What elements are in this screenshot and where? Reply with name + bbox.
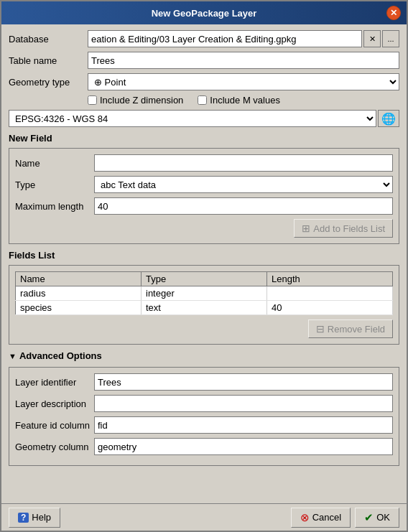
crs-select[interactable]: EPSG:4326 - WGS 84	[9, 110, 376, 127]
include-m-label: Include M values	[210, 95, 280, 106]
feature-id-input[interactable]	[94, 416, 393, 434]
browse-db-icon: ...	[387, 34, 394, 43]
help-icon: ?	[18, 513, 29, 523]
field-name-cell: radius	[16, 286, 142, 301]
fields-table-header-row: Name Type Length	[16, 272, 393, 286]
dialog-footer: ? Help ⊗ Cancel ✔ OK	[1, 503, 407, 531]
dialog-content: Database ✕ ... Table name	[1, 24, 407, 503]
include-m-checkbox[interactable]	[198, 95, 207, 105]
layer-id-label: Layer identifier	[15, 377, 94, 388]
main-window: New GeoPackage Layer ✕ Database ✕ ...	[0, 0, 408, 532]
include-z-checkbox[interactable]	[88, 95, 97, 105]
database-input[interactable]	[88, 30, 362, 47]
globe-icon: 🌐	[381, 112, 396, 126]
dimension-checkboxes: Include Z dimension Include M values	[88, 95, 399, 106]
crs-button[interactable]: 🌐	[378, 110, 399, 127]
cancel-icon: ⊗	[300, 511, 310, 524]
field-name-row: Name	[15, 154, 393, 172]
advanced-options-header: Advanced Options	[19, 350, 102, 361]
new-field-header: New Field	[9, 133, 399, 144]
max-length-row: Maximum length	[15, 197, 393, 215]
fields-table: Name Type Length radius integer species …	[15, 271, 393, 315]
remove-field-btn-row: ⊟ Remove Field	[15, 319, 393, 338]
arrow-down-icon: ▼	[9, 352, 17, 360]
feature-id-label: Feature id column	[15, 420, 94, 431]
table-row[interactable]: species text 40	[16, 301, 393, 315]
table-name-row: Table name	[9, 52, 399, 69]
table-name-input[interactable]	[88, 52, 399, 69]
field-length-cell	[267, 286, 393, 301]
field-type-field: abc Text data Integer Real Date Boolean	[94, 176, 393, 193]
geometry-type-label: Geometry type	[9, 77, 88, 88]
cancel-button[interactable]: ⊗ Cancel	[291, 508, 351, 528]
layer-id-row: Layer identifier	[15, 373, 393, 391]
geometry-type-field: ⊕ Point Line Polygon No geometry	[88, 73, 399, 90]
geometry-type-row: Geometry type ⊕ Point Line Polygon No ge…	[9, 73, 399, 90]
ok-label: OK	[376, 512, 390, 523]
help-label: Help	[32, 512, 51, 523]
layer-desc-label: Layer description	[15, 398, 94, 409]
layer-id-field	[94, 373, 393, 391]
clear-database-button[interactable]: ✕	[363, 30, 381, 47]
geometry-type-select[interactable]: ⊕ Point Line Polygon No geometry	[88, 73, 399, 90]
advanced-options-toggle[interactable]: ▼ Advanced Options	[9, 350, 399, 361]
include-z-label: Include Z dimension	[100, 95, 183, 106]
layer-desc-field	[94, 395, 393, 412]
layer-id-input[interactable]	[94, 373, 393, 391]
geometry-col-field	[94, 438, 393, 455]
field-name-field	[94, 154, 393, 172]
col-header-name: Name	[16, 272, 142, 286]
geometry-col-label: Geometry column	[15, 442, 94, 452]
include-z-checkbox-label[interactable]: Include Z dimension	[88, 95, 183, 106]
max-length-label: Maximum length	[15, 201, 94, 212]
field-type-select[interactable]: abc Text data Integer Real Date Boolean	[94, 176, 393, 193]
new-field-group: Name Type abc Text data Integer Real Dat…	[9, 148, 399, 244]
clear-db-icon: ✕	[369, 34, 376, 44]
advanced-options-group: Layer identifier Layer description Featu…	[9, 367, 399, 466]
layer-desc-input[interactable]	[94, 395, 393, 412]
table-row[interactable]: radius integer	[16, 286, 393, 301]
database-label: Database	[9, 34, 88, 45]
fields-list-header: Fields List	[9, 250, 399, 261]
field-type-label: Type	[15, 179, 94, 190]
max-length-input[interactable]	[94, 197, 393, 215]
fields-list-group: Name Type Length radius integer species …	[9, 265, 399, 345]
database-input-row: ✕ ...	[88, 30, 399, 47]
field-type-cell: integer	[142, 286, 267, 301]
field-name-input[interactable]	[94, 154, 393, 172]
field-length-cell: 40	[267, 301, 393, 315]
cancel-label: Cancel	[312, 512, 341, 523]
browse-database-button[interactable]: ...	[382, 30, 399, 47]
field-name-label: Name	[15, 158, 94, 169]
add-to-fields-label: Add to Fields List	[313, 223, 385, 234]
footer-right-buttons: ⊗ Cancel ✔ OK	[291, 508, 399, 528]
field-type-cell: text	[142, 301, 267, 315]
database-field: ✕ ...	[88, 30, 399, 47]
ok-icon: ✔	[364, 511, 374, 524]
help-button[interactable]: ? Help	[9, 508, 60, 528]
database-row: Database ✕ ...	[9, 30, 399, 47]
layer-desc-row: Layer description	[15, 395, 393, 412]
close-button[interactable]: ✕	[386, 6, 401, 20]
include-m-checkbox-label[interactable]: Include M values	[198, 95, 280, 106]
col-header-length: Length	[267, 272, 393, 286]
remove-field-button[interactable]: ⊟ Remove Field	[308, 319, 393, 338]
add-to-fields-button[interactable]: ⊞ Add to Fields List	[294, 219, 393, 238]
add-field-icon: ⊞	[302, 223, 310, 234]
titlebar: New GeoPackage Layer ✕	[1, 1, 407, 24]
add-field-btn-row: ⊞ Add to Fields List	[15, 219, 393, 238]
field-name-cell: species	[16, 301, 142, 315]
window-title: New GeoPackage Layer	[22, 8, 386, 19]
feature-id-field	[94, 416, 393, 434]
field-type-row: Type abc Text data Integer Real Date Boo…	[15, 176, 393, 193]
geometry-col-row: Geometry column	[15, 438, 393, 455]
col-header-type: Type	[142, 272, 267, 286]
feature-id-row: Feature id column	[15, 416, 393, 434]
max-length-field	[94, 197, 393, 215]
table-name-field	[88, 52, 399, 69]
geometry-col-input[interactable]	[94, 438, 393, 455]
ok-button[interactable]: ✔ OK	[355, 508, 399, 528]
close-icon: ✕	[390, 8, 397, 18]
table-name-label: Table name	[9, 55, 88, 66]
remove-field-label: Remove Field	[328, 324, 385, 335]
